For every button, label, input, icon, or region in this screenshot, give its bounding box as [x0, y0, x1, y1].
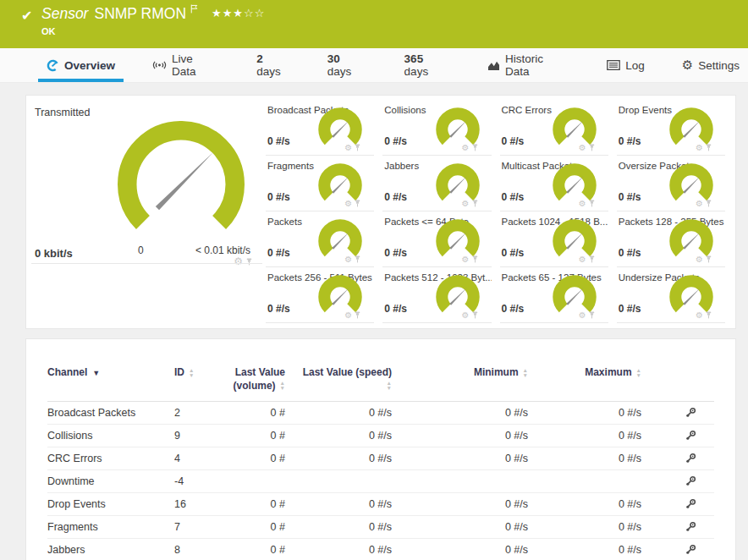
sort-both-icon: ▲▼: [523, 368, 528, 378]
pin-icon[interactable]: [706, 311, 712, 319]
channel-settings-icon[interactable]: [685, 453, 696, 464]
pin-icon[interactable]: [472, 255, 478, 263]
tab-bar: OverviewLive Data2 days30 days365 daysHi…: [0, 48, 748, 83]
channel-settings-icon[interactable]: [685, 475, 696, 486]
gear-icon: ⚙: [682, 59, 693, 72]
cell-volume: 0 #: [225, 447, 297, 470]
pin-icon[interactable]: [589, 144, 595, 151]
log-icon: [607, 60, 620, 70]
tab-label: Log: [625, 59, 645, 72]
tab-settings[interactable]: ⚙Settings: [674, 48, 748, 82]
pin-icon[interactable]: [355, 255, 360, 263]
gauge-actions: ⚙: [344, 143, 360, 152]
gear-icon[interactable]: ⚙: [344, 143, 352, 152]
flag-icon[interactable]: [190, 4, 198, 14]
star-filled-icon[interactable]: ★: [212, 7, 223, 19]
cell-channel: Broadcast Packets: [47, 402, 174, 425]
gauge-actions: ⚙: [344, 199, 360, 208]
pin-icon[interactable]: [706, 144, 712, 151]
channel-gauge: Collisions0 #/s⚙: [382, 100, 491, 156]
column-label: Channel: [47, 366, 87, 378]
pin-icon[interactable]: [355, 311, 360, 319]
channel-settings-icon[interactable]: [685, 544, 696, 555]
gear-icon[interactable]: ⚙: [696, 255, 703, 264]
gear-icon[interactable]: ⚙: [579, 199, 586, 208]
pin-icon[interactable]: [246, 258, 252, 266]
cell-min: 0 #/s: [399, 402, 530, 425]
cell-channel: Downtime: [47, 470, 174, 493]
cell-id: 16: [174, 493, 225, 516]
column-header-id[interactable]: ID▲▼: [174, 366, 225, 402]
tab-overview[interactable]: Overview: [38, 48, 124, 82]
pin-icon[interactable]: [355, 144, 360, 151]
sort-both-icon: ▲▼: [387, 381, 392, 391]
pin-icon[interactable]: [589, 255, 595, 263]
column-label: Maximum: [585, 366, 631, 378]
star-filled-icon[interactable]: ★: [223, 7, 234, 19]
tab-log[interactable]: Log: [598, 48, 653, 82]
cell-volume: 0 #: [225, 516, 297, 539]
pin-icon[interactable]: [706, 255, 712, 263]
channel-settings-icon[interactable]: [685, 430, 696, 441]
gauge-value: 0 #/s: [267, 191, 290, 203]
gear-icon[interactable]: ⚙: [234, 255, 243, 267]
priority-stars[interactable]: ★★★☆☆: [212, 7, 265, 19]
tab-number: 365: [404, 52, 424, 65]
channel-gauge: Drop Events0 #/s⚙: [617, 100, 725, 156]
channel-settings-icon[interactable]: [685, 521, 696, 532]
channel-settings-icon[interactable]: [685, 407, 696, 418]
gear-icon[interactable]: ⚙: [696, 199, 703, 208]
tab-2-days[interactable]: 2 days: [248, 48, 298, 82]
column-header-minimum[interactable]: Minimum▲▼: [399, 366, 530, 402]
gear-icon[interactable]: ⚙: [579, 310, 586, 320]
pin-icon[interactable]: [355, 200, 360, 207]
channel-gauge: Packets <= 64 Byte0 #/s⚙: [382, 211, 491, 267]
table-row: Collisions90 #0 #/s0 #/s0 #/s: [47, 425, 714, 447]
gear-icon[interactable]: ⚙: [462, 255, 470, 264]
gear-icon[interactable]: ⚙: [579, 143, 586, 152]
gear-icon[interactable]: ⚙: [344, 255, 352, 264]
channel-gauge: Jabbers0 #/s⚙: [382, 156, 491, 211]
gauge-actions: ⚙: [462, 199, 478, 208]
table-row: Broadcast Packets20 #0 #/s0 #/s0 #/s: [47, 402, 714, 425]
star-filled-icon[interactable]: ★: [233, 7, 244, 19]
gauge-actions: ⚙: [696, 199, 712, 208]
pin-icon[interactable]: [706, 200, 712, 207]
tab-live-data[interactable]: Live Data: [144, 48, 228, 82]
cell-volume: 0 #: [225, 425, 297, 447]
column-header-last-value-volume-[interactable]: Last Value (volume)▲▼: [225, 366, 297, 402]
gear-icon[interactable]: ⚙: [579, 255, 586, 264]
gear-icon[interactable]: ⚙: [462, 310, 470, 320]
cell-min: 0 #/s: [399, 516, 530, 539]
gear-icon[interactable]: ⚙: [462, 143, 470, 152]
gear-icon[interactable]: ⚙: [462, 199, 470, 208]
cell-id: 8: [174, 539, 225, 560]
channel-settings-icon[interactable]: [685, 498, 696, 509]
main-gauge-label: Transmitted: [35, 107, 91, 118]
gauge-value: 0 #/s: [267, 135, 290, 147]
pin-icon[interactable]: [589, 200, 595, 207]
sort-desc-icon: ▼: [92, 369, 100, 377]
gear-icon[interactable]: ⚙: [696, 310, 703, 320]
pin-icon[interactable]: [472, 144, 478, 151]
gear-icon[interactable]: ⚙: [344, 199, 352, 208]
main-gauge-transmitted: Transmitted 0 < 0.01 kbit/s 0 kbit/s ⚙: [26, 96, 266, 328]
pin-icon[interactable]: [589, 311, 595, 319]
column-header-channel[interactable]: Channel▼: [47, 366, 174, 402]
star-empty-icon[interactable]: ☆: [244, 7, 255, 19]
star-empty-icon[interactable]: ☆: [255, 7, 266, 19]
cell-min: 0 #/s: [399, 539, 530, 560]
tab-365-days[interactable]: 365 days: [396, 48, 459, 82]
pin-icon[interactable]: [472, 311, 478, 319]
gauge-label: Fragments: [267, 161, 314, 171]
gear-icon[interactable]: ⚙: [696, 143, 703, 152]
channel-gauge: Packets 512 - 1023 Byt...0 #/s⚙: [382, 267, 491, 323]
gauge-value: 0 #/s: [502, 247, 525, 259]
tab-historic-data[interactable]: Historic Data: [479, 48, 578, 82]
column-header-maximum[interactable]: Maximum▲▼: [530, 366, 641, 402]
tab-30-days[interactable]: 30 days: [319, 48, 376, 82]
gear-icon[interactable]: ⚙: [344, 310, 352, 320]
pin-icon[interactable]: [472, 200, 478, 207]
column-header-last-value-speed-[interactable]: Last Value (speed)▲▼: [297, 366, 399, 402]
cell-speed: 0 #/s: [297, 425, 399, 447]
